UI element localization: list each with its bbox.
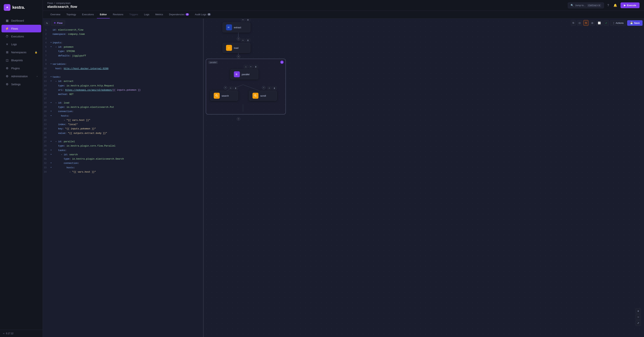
delete-node-button[interactable]: 🗑: [254, 65, 258, 68]
expand-parallel-button[interactable]: ✕: [280, 60, 284, 64]
node-extract[interactable]: ✏ 🗑 H extract: [222, 22, 250, 32]
code-line-22: 22 - "{{ vars.host }}": [43, 118, 203, 122]
add-parallel-left[interactable]: +: [224, 86, 227, 89]
breadcrumb-flows[interactable]: Flows: [47, 2, 53, 4]
help-button[interactable]: ?: [606, 2, 610, 8]
chevron-right-icon: ›: [37, 75, 38, 78]
parallel-container-label: parallel: [208, 61, 218, 64]
code-line-27: 27 ▾ - id: parallel: [43, 140, 203, 144]
editor-divider[interactable]: [203, 19, 204, 337]
edit-node-button[interactable]: ✏: [268, 86, 272, 90]
fit-view-button[interactable]: ⤢: [636, 320, 641, 326]
code-editor[interactable]: 1 id: elasticsearch_flow 2 namespace: co…: [43, 19, 203, 337]
sidebar-item-settings[interactable]: ⚙ Settings: [2, 80, 41, 88]
editor-area: ⇆ ✦ Flow ⧉ ⊡ ⧉ ⊞ ⬜ ✓ ⋮ Actions 💾 Save: [43, 19, 644, 337]
sidebar-item-namespaces[interactable]: ⊞ Namespaces 🔒: [2, 48, 41, 56]
execute-button[interactable]: ▶ Execute: [620, 2, 640, 8]
edit-node-button[interactable]: ✏: [249, 65, 253, 68]
add-parallel-right[interactable]: +: [262, 86, 265, 89]
code-line-4: 4 ▾ inputs:: [43, 41, 203, 45]
tab-triggers[interactable]: Triggers: [126, 11, 141, 18]
code-line-23: 23 index: "local": [43, 122, 203, 127]
sidebar-item-label: Dashboard: [11, 19, 38, 22]
svg-rect-11: [215, 94, 218, 98]
sidebar-item-label: Flows: [11, 27, 38, 30]
node-search[interactable]: ✏ 🗑 search: [210, 91, 238, 101]
edit-node-button[interactable]: ✏: [241, 38, 245, 42]
check-button[interactable]: ✓: [604, 20, 609, 26]
tab-revisions[interactable]: Revisions: [110, 11, 126, 18]
tab-metrics[interactable]: Metrics: [152, 11, 166, 18]
edit-node-button[interactable]: ✏: [229, 86, 233, 90]
zoom-out-button[interactable]: −: [636, 314, 641, 320]
code-line-11: 11: [43, 71, 203, 75]
administration-icon: ⚙: [5, 74, 9, 78]
zoom-in-button[interactable]: +: [636, 308, 641, 314]
code-line-30: 30 ▾ - id: search: [43, 153, 203, 157]
sidebar-item-flows[interactable]: ⚡ Flows: [2, 25, 41, 32]
layout-button[interactable]: ⊡: [577, 20, 582, 26]
sidebar-item-executions[interactable]: ⏱ Executions: [2, 33, 41, 40]
edit-node-button[interactable]: ✏: [241, 19, 245, 21]
topbar: Flows / company.team elasticsearch_flow …: [43, 0, 644, 11]
collapse-editor-button[interactable]: ⇆: [44, 21, 50, 25]
delete-node-button[interactable]: 🗑: [272, 86, 277, 90]
logo-area: ✦ kestra.: [0, 0, 43, 15]
delete-node-button[interactable]: 🗑: [246, 19, 250, 21]
node-parallel[interactable]: ⚠ ✏ 🗑 ⊞ parallel: [230, 69, 258, 79]
delete-node-button[interactable]: 🗑: [234, 86, 238, 90]
svg-text:⊞: ⊞: [236, 73, 238, 75]
node-scroll[interactable]: ✏ 🗑 scroll: [249, 91, 277, 101]
add-between-extract-load[interactable]: +: [237, 37, 240, 40]
add-between-load-parallel[interactable]: +: [237, 55, 240, 58]
code-line-15: 15 uri: https://pokeapi.co/api/v2/pokemo…: [43, 88, 203, 92]
warning-node-button[interactable]: ⚠: [244, 65, 248, 68]
tab-topology[interactable]: Topology: [63, 11, 79, 18]
save-label: Save: [634, 21, 640, 24]
main-content: Flows / company.team elasticsearch_flow …: [43, 0, 644, 337]
dashboard-icon: ▦: [5, 19, 9, 22]
tab-dependencies[interactable]: Dependencies 0: [166, 11, 192, 18]
node-actions-extract: ✏ 🗑: [241, 19, 250, 21]
table-button[interactable]: ⊞: [590, 20, 595, 26]
code-line-12: 12 ▾ tasks:: [43, 75, 203, 79]
tab-audit-logs[interactable]: Audit Logs 0: [192, 11, 214, 18]
tab-editor[interactable]: Editor: [97, 11, 110, 18]
collapse-sidebar-button[interactable]: ‹‹ 0.17.12: [3, 332, 14, 335]
copy-button[interactable]: ⧉: [571, 20, 576, 26]
graph-area[interactable]: ✏ 🗑 H extract + ✏ 🗑: [204, 19, 644, 337]
sidebar-item-dashboard[interactable]: ▦ Dashboard: [2, 17, 41, 24]
fullscreen-button[interactable]: ⬜: [596, 20, 602, 26]
delete-node-button[interactable]: 🗑: [246, 38, 250, 42]
logs-icon: ≡: [5, 43, 9, 46]
sidebar-item-logs[interactable]: ≡ Logs: [2, 40, 41, 48]
notifications-button[interactable]: 🔔: [612, 2, 618, 8]
save-button[interactable]: 💾 Save: [627, 20, 642, 26]
blueprints-icon: ◫: [5, 58, 9, 62]
sidebar-item-blueprints[interactable]: ◫ Blueprints: [2, 56, 41, 64]
nav-items: ▦ Dashboard ⚡ Flows ⏱ Executions ≡ Logs …: [0, 15, 43, 330]
sidebar-item-label: Blueprints: [11, 59, 38, 62]
jump-to-button[interactable]: 🔍 Jump to... Ctrl/Cmd + K: [568, 2, 604, 8]
svg-text:⚡: ⚡: [228, 46, 230, 49]
tab-overview[interactable]: Overview: [47, 11, 63, 18]
node-label-scroll: scroll: [260, 94, 266, 97]
code-line-26: 26: [43, 136, 203, 140]
split-button[interactable]: ⧉: [584, 20, 588, 26]
tab-logs[interactable]: Logs: [141, 11, 152, 18]
tab-executions[interactable]: Executions: [79, 11, 97, 18]
breadcrumb-namespace[interactable]: company.team: [56, 2, 70, 4]
plugins-icon: ⚙: [5, 66, 9, 70]
sidebar-item-label: Namespaces: [11, 51, 32, 54]
actions-button[interactable]: ⋮ Actions: [610, 20, 626, 26]
topbar-right: 🔍 Jump to... Ctrl/Cmd + K ? 🔔 ▶ Execute: [568, 2, 640, 8]
sidebar-item-plugins[interactable]: ⚙ Plugins: [2, 64, 41, 72]
node-load[interactable]: ✏ 🗑 ⚡ load: [222, 43, 250, 53]
sidebar-item-administration[interactable]: ⚙ Administration ›: [2, 72, 41, 80]
code-line-20: 20 ▾ connection:: [43, 109, 203, 114]
code-line-18: 18 ▾ - id: load: [43, 101, 203, 105]
sidebar-item-label: Logs: [11, 43, 38, 46]
dependencies-badge: 0: [186, 13, 189, 16]
sidebar-item-label: Executions: [11, 35, 38, 38]
add-after-parallel[interactable]: +: [237, 117, 240, 121]
